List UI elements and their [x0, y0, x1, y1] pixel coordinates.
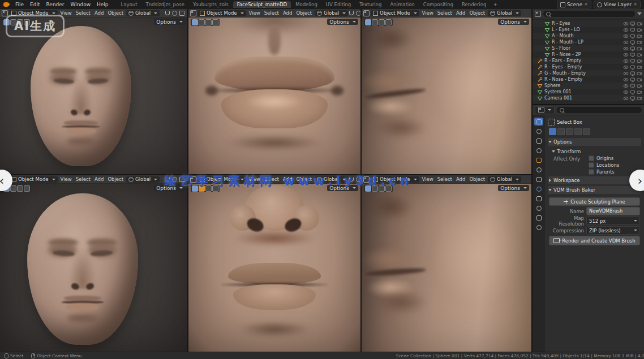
disable-in-viewports-icon[interactable]	[630, 64, 636, 70]
options-dropdown[interactable]: Options	[327, 19, 358, 25]
orientation-dropdown[interactable]: Global	[315, 176, 348, 183]
orientation-dropdown[interactable]: Global	[315, 10, 348, 16]
rendered-shading-icon[interactable]	[17, 185, 23, 192]
material-shading-icon[interactable]	[10, 185, 16, 192]
rendered-shading-icon[interactable]	[379, 19, 385, 25]
affect-only-checkbox[interactable]: Parents	[589, 169, 619, 175]
filter-icon[interactable]	[637, 12, 642, 15]
viewport-menu[interactable]: View	[247, 176, 262, 182]
workspace-tab[interactable]: Texturing	[355, 1, 385, 8]
render-tab-icon[interactable]	[534, 127, 543, 135]
disable-in-viewports-icon[interactable]	[630, 71, 636, 76]
mode-dropdown[interactable]: Object Mode	[9, 176, 58, 183]
viewport-menu[interactable]: View	[247, 10, 262, 16]
rendered-shading-icon[interactable]	[205, 185, 212, 192]
workspace-section-header[interactable]: Workspace	[548, 176, 641, 184]
disable-in-viewports-icon[interactable]	[630, 40, 636, 45]
outliner-item[interactable]: G - Mouth - Empty	[533, 70, 644, 76]
solid-shading-icon[interactable]	[365, 19, 371, 25]
orientation-dropdown[interactable]: Global	[488, 10, 521, 16]
hide-in-viewport-icon[interactable]	[623, 96, 629, 101]
orientation-dropdown[interactable]: Global	[488, 176, 521, 183]
disable-in-viewports-icon[interactable]	[630, 96, 636, 101]
viewport-menu[interactable]: Object	[106, 10, 125, 16]
outliner-item[interactable]: System 001	[533, 89, 644, 95]
workspace-tab[interactable]: Tndslzdjzs_pose	[141, 1, 188, 8]
orientation-dropdown[interactable]: Global	[126, 10, 160, 16]
workspace-tab[interactable]: Layout	[117, 1, 141, 8]
disable-in-viewports-icon[interactable]	[630, 27, 636, 33]
wireframe-shading-icon[interactable]	[212, 185, 218, 192]
mode-dropdown[interactable]: Object Mode	[371, 10, 419, 16]
rendered-shading-icon[interactable]	[379, 185, 385, 192]
physics-tab-icon[interactable]	[534, 194, 543, 202]
hide-in-viewport-icon[interactable]	[623, 58, 629, 64]
rendered-shading-icon[interactable]	[205, 19, 212, 25]
disable-in-renders-icon[interactable]	[637, 58, 642, 64]
workspace-tab[interactable]: Rendering	[458, 1, 490, 8]
vdm-name-input[interactable]	[586, 207, 640, 215]
editor-type-icon[interactable]	[2, 10, 8, 16]
outliner-item[interactable]: Sphere	[533, 83, 644, 89]
material-shading-icon[interactable]	[199, 19, 205, 25]
viewport-menu[interactable]: View	[420, 176, 435, 182]
material-shading-icon[interactable]	[372, 185, 378, 192]
viewport-menu[interactable]: View	[59, 176, 74, 182]
proportional-edit-icon[interactable]	[356, 11, 360, 16]
disable-in-renders-icon[interactable]	[637, 96, 642, 101]
viewport-menu[interactable]: Select	[74, 176, 92, 182]
disable-in-viewports-icon[interactable]	[630, 52, 636, 58]
topbar-menu[interactable]: File	[12, 1, 27, 8]
compression-dropdown[interactable]: ZIP (lossless)	[586, 226, 640, 235]
workspace-tab[interactable]: FaceSculpt_matteDD	[233, 1, 291, 8]
editor-type-icon[interactable]	[190, 176, 196, 183]
disable-in-viewports-icon[interactable]	[630, 89, 636, 95]
disable-in-renders-icon[interactable]	[637, 40, 642, 45]
scene-selector[interactable]: Scene ×	[557, 1, 591, 8]
properties-search[interactable]	[557, 107, 642, 113]
disable-in-renders-icon[interactable]	[637, 33, 642, 39]
viewport-menu[interactable]: Add	[454, 176, 467, 182]
disable-in-renders-icon[interactable]	[637, 52, 642, 58]
outliner-item[interactable]: L - Eyes - LO	[533, 27, 644, 33]
options-dropdown[interactable]: Options	[498, 185, 529, 191]
modifiers-tab-icon[interactable]	[534, 185, 543, 193]
options-dropdown[interactable]: Options	[154, 19, 185, 25]
outliner-item[interactable]: A - Mouth	[533, 33, 644, 39]
select-extend-icon[interactable]	[557, 128, 565, 135]
disable-in-renders-icon[interactable]	[637, 71, 642, 76]
viewport-menu[interactable]: Add	[93, 10, 105, 16]
select-subtract-icon[interactable]	[566, 128, 573, 135]
affect-only-checkbox[interactable]: Locations	[589, 162, 619, 168]
outliner-item[interactable]: S - Floor	[533, 45, 644, 51]
snap-magnet-icon[interactable]	[349, 11, 354, 15]
viewport-menu[interactable]: Add	[93, 176, 105, 182]
editor-type-icon[interactable]	[535, 11, 541, 17]
options-section-header[interactable]: Options	[548, 138, 641, 146]
render-create-vdm-brush-button[interactable]: Render and Create VDM Brush	[549, 236, 640, 245]
viewport-menu[interactable]: Select	[74, 10, 92, 16]
topbar-menu[interactable]: Edit	[27, 1, 42, 8]
mode-dropdown[interactable]: Object Mode	[371, 176, 419, 183]
orientation-dropdown[interactable]: Global	[126, 176, 160, 183]
viewport-menu[interactable]: View	[420, 10, 435, 16]
view-layer-tab-icon[interactable]	[534, 146, 543, 154]
viewport-menu[interactable]: Select	[263, 176, 281, 182]
disable-in-viewports-icon[interactable]	[630, 58, 636, 64]
disable-in-viewports-icon[interactable]	[630, 46, 636, 51]
viewport-menu[interactable]: Object	[294, 10, 314, 16]
add-workspace-button[interactable]: +	[490, 2, 500, 7]
disable-in-renders-icon[interactable]	[637, 46, 642, 51]
hide-in-viewport-icon[interactable]	[623, 64, 629, 70]
disable-in-renders-icon[interactable]	[637, 64, 642, 70]
properties-filter-dropdown[interactable]	[535, 106, 555, 114]
disable-in-renders-icon[interactable]	[637, 77, 642, 83]
proportional-edit-icon[interactable]	[172, 11, 177, 16]
hide-in-viewport-icon[interactable]	[623, 89, 629, 95]
disable-in-renders-icon[interactable]	[637, 21, 642, 27]
outliner-search-input[interactable]	[552, 11, 632, 17]
disable-in-renders-icon[interactable]	[637, 83, 642, 89]
material-shading-icon[interactable]	[199, 185, 205, 192]
outliner-item[interactable]: R - Mouth - LP	[533, 39, 644, 45]
viewport-menu[interactable]: Object	[467, 176, 487, 182]
